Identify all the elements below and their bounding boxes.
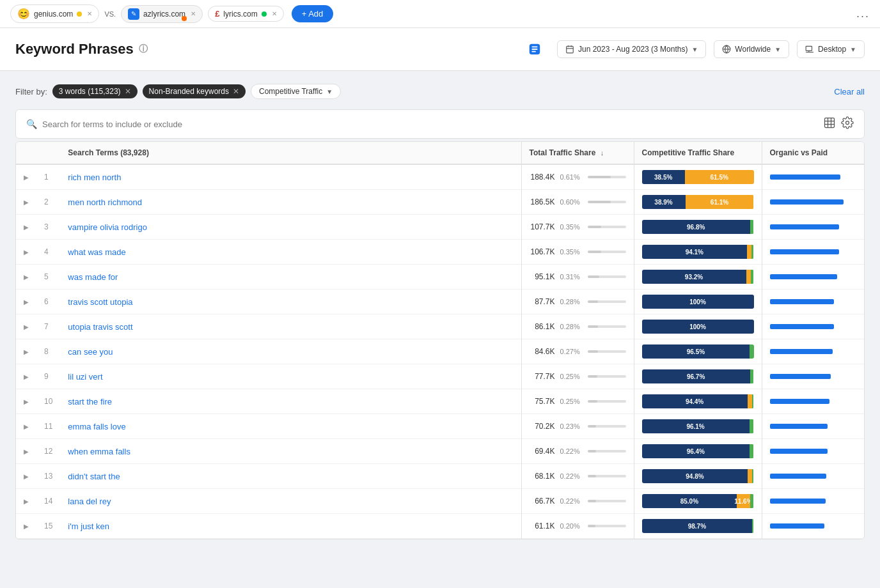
traffic-pct: 0.25% — [560, 373, 583, 380]
genius-close-icon[interactable]: ✕ — [87, 10, 92, 17]
expand-row-icon[interactable]: ▶ — [24, 224, 29, 231]
keyword-link[interactable]: lil uzi vert — [68, 372, 102, 382]
traffic-pct: 0.23% — [560, 422, 583, 430]
info-icon[interactable]: ⓘ — [139, 43, 148, 55]
azlyrics-status-dot — [182, 16, 187, 21]
filter-tag-words-remove[interactable]: ✕ — [125, 87, 131, 96]
filter-tag-branded[interactable]: Non-Branded keywords ✕ — [143, 84, 246, 98]
expand-row-icon[interactable]: ▶ — [24, 473, 29, 480]
table-row: ▶13didn't start the 68.1K 0.22% 94.8% — [16, 464, 864, 489]
table-row: ▶3vampire olivia rodrigo 107.7K 0.35% 96… — [16, 215, 864, 240]
share-segment: 94.1% — [642, 245, 748, 259]
organic-vs-paid-bar — [770, 324, 834, 329]
keyword-link[interactable]: when emma falls — [68, 447, 130, 456]
expand-row-icon[interactable]: ▶ — [24, 274, 29, 281]
keyword-link[interactable]: what was made — [68, 247, 125, 257]
keyword-link[interactable]: was made for — [68, 272, 118, 282]
table-header-row: Search Terms (83,928) Total Traffic Shar… — [16, 142, 864, 164]
clear-all-button[interactable]: Clear all — [834, 87, 865, 97]
site-tab-genius[interactable]: 😊 genius.com ✕ — [10, 4, 99, 23]
keyword-link[interactable]: start the fire — [68, 397, 112, 406]
filter-label: Filter by: — [15, 87, 47, 97]
expand-row-icon[interactable]: ▶ — [24, 323, 29, 330]
organic-vs-paid-bar — [770, 274, 837, 279]
table-row: ▶4what was made 106.7K 0.35% 94.1% — [16, 240, 864, 265]
organic-vs-paid-bar — [770, 523, 824, 529]
traffic-bar — [588, 400, 626, 403]
expand-row-icon[interactable]: ▶ — [24, 498, 29, 505]
settings-icon[interactable] — [841, 116, 854, 132]
keyword-link[interactable]: travis scott utopia — [68, 297, 132, 307]
traffic-bar — [588, 176, 626, 178]
more-options-button[interactable]: ... — [856, 7, 870, 20]
expand-row-icon[interactable]: ▶ — [24, 398, 29, 405]
add-site-button[interactable]: + Add — [292, 5, 334, 22]
expand-row-icon[interactable]: ▶ — [24, 373, 29, 380]
filter-tag-branded-remove[interactable]: ✕ — [233, 87, 239, 96]
expand-row-icon[interactable]: ▶ — [24, 423, 29, 430]
site-tab-lyrics[interactable]: £ lyrics.com ✕ — [208, 6, 284, 22]
keyword-link[interactable]: men north richmond — [68, 197, 142, 207]
keyword-link[interactable]: rich men north — [68, 173, 121, 182]
competitive-share-bar: 94.8% — [642, 469, 754, 483]
site-tab-azlyrics[interactable]: ✎ azlyrics.com ✕ — [121, 5, 203, 23]
sort-icon: ↓ — [601, 149, 604, 157]
expand-row-icon[interactable]: ▶ — [24, 249, 29, 256]
table-row: ▶5was made for 95.1K 0.31% 93.2% — [16, 265, 864, 290]
site-tab-lyrics-label: lyrics.com — [223, 10, 257, 19]
keywords-table: Search Terms (83,928) Total Traffic Shar… — [15, 141, 865, 539]
share-label: 38.9% — [652, 199, 675, 206]
table-row: ▶9lil uzi vert 77.7K 0.25% 96.7% — [16, 364, 864, 389]
share-segment — [748, 394, 752, 408]
traffic-bar — [588, 201, 626, 203]
share-segment — [751, 270, 754, 284]
th-ovp[interactable]: Organic vs Paid — [762, 142, 864, 164]
table-row: ▶15i'm just ken 61.1K 0.20% 98.7% — [16, 514, 864, 539]
expand-row-icon[interactable]: ▶ — [24, 199, 29, 206]
share-segment — [750, 419, 754, 433]
expand-row-icon[interactable]: ▶ — [24, 298, 29, 306]
keyword-link[interactable]: lana del rey — [68, 497, 111, 506]
keyword-link[interactable]: utopia travis scott — [68, 322, 132, 332]
keyword-link[interactable]: can see you — [68, 347, 113, 357]
share-label: 38.5% — [652, 174, 675, 181]
genius-status-dot — [77, 12, 82, 17]
expand-row-icon[interactable]: ▶ — [24, 174, 29, 181]
export-excel-icon[interactable] — [823, 116, 836, 132]
keyword-link[interactable]: vampire olivia rodrigo — [68, 222, 147, 232]
share-segment: 94.4% — [642, 394, 748, 408]
page-title: Keyword Phrases — [15, 41, 134, 58]
search-input[interactable] — [42, 120, 818, 129]
device-selector[interactable]: Desktop ▼ — [797, 40, 865, 58]
competitive-share-bar: 100% — [642, 320, 754, 334]
expand-row-icon[interactable]: ▶ — [24, 348, 29, 355]
site-tab-azlyrics-label: azlyrics.com — [143, 10, 185, 19]
keyword-link[interactable]: emma falls love — [68, 422, 125, 431]
filter-tag-words[interactable]: 3 words (115,323) ✕ — [52, 84, 138, 98]
date-range-arrow: ▼ — [691, 46, 698, 53]
row-number: 8 — [44, 347, 49, 356]
th-comp-share[interactable]: Competitive Traffic Share — [634, 142, 762, 164]
expand-row-icon[interactable]: ▶ — [24, 448, 29, 455]
competitive-traffic-dropdown[interactable]: Competitive Traffic ▼ — [251, 84, 341, 99]
search-bar: 🔍 — [15, 109, 865, 139]
expand-row-icon[interactable]: ▶ — [24, 523, 29, 530]
location-selector[interactable]: Worldwide ▼ — [714, 40, 789, 58]
competitive-share-bar: 96.5% — [642, 344, 754, 359]
competitive-share-bar: 100% — [642, 295, 754, 309]
keyword-link[interactable]: i'm just ken — [68, 522, 109, 531]
lyrics-close-icon[interactable]: ✕ — [272, 10, 277, 17]
azlyrics-edit-icon[interactable]: ✎ — [128, 8, 139, 20]
vs-label: VS. — [104, 10, 116, 18]
th-traffic-share[interactable]: Total Traffic Share ↓ — [521, 142, 634, 164]
competitive-share-bar: 96.1% — [642, 419, 754, 433]
filter-tag-branded-label: Non-Branded keywords — [149, 87, 229, 96]
th-search-terms[interactable]: Search Terms (83,928) — [60, 142, 521, 164]
keyword-link[interactable]: didn't start the — [68, 472, 120, 481]
main-content: Filter by: 3 words (115,323) ✕ Non-Brand… — [0, 71, 880, 552]
organic-vs-paid-bar — [770, 374, 831, 379]
date-range-selector[interactable]: Jun 2023 - Aug 2023 (3 Months) ▼ — [557, 40, 706, 58]
competitive-share-bar: 96.7% — [642, 369, 754, 383]
azlyrics-close-icon[interactable]: ✕ — [191, 10, 196, 17]
semrush-icon-btn[interactable] — [520, 38, 549, 60]
